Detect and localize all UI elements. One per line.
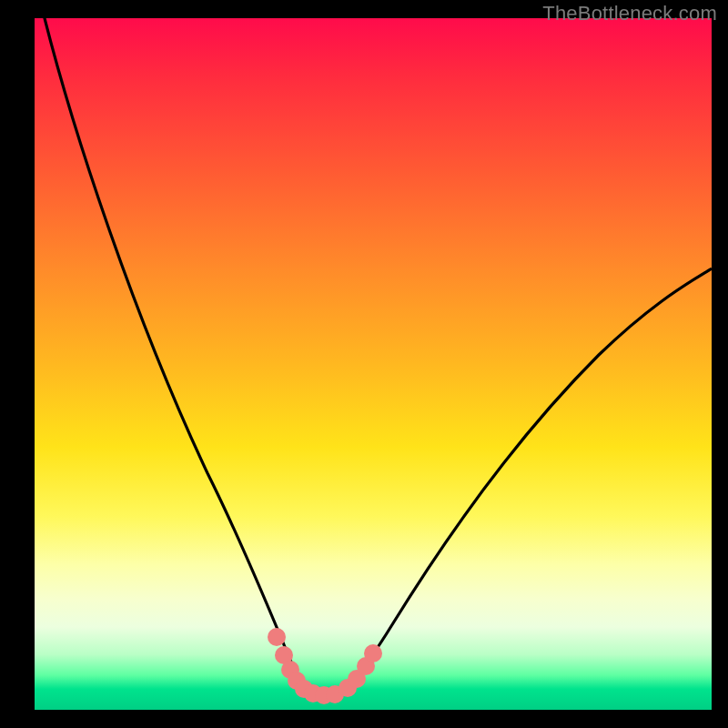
bottleneck-markers	[268, 628, 382, 704]
svg-point-11	[364, 644, 382, 662]
svg-point-0	[268, 628, 286, 646]
chart-svg	[35, 18, 712, 710]
chart-frame: TheBottleneck.com	[0, 0, 728, 728]
right-curve	[322, 268, 712, 695]
left-curve	[40, 18, 322, 695]
plot-area	[35, 18, 712, 710]
watermark-text: TheBottleneck.com	[542, 2, 717, 25]
